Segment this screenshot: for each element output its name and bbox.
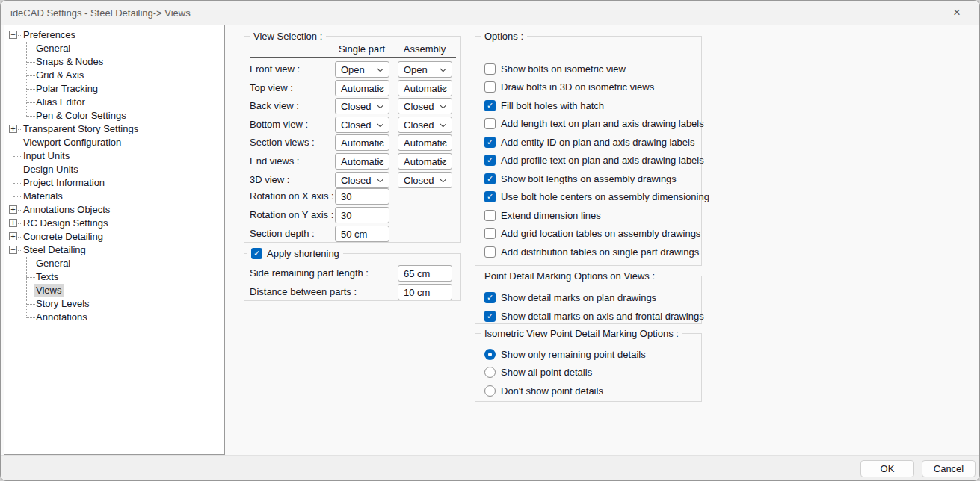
checkbox-use-bolt-hole-centers-on-assembly-dimensioning[interactable]: ✓Use bolt hole centers on assembly dimen… xyxy=(484,191,709,203)
tree-item-steel-detailing[interactable]: −Steel Detailing xyxy=(4,243,224,257)
select-single-end-views[interactable]: Automatic xyxy=(335,153,389,170)
select-value: Closed xyxy=(341,101,371,112)
radio-label: Show only remaining point details xyxy=(501,349,646,360)
tree-item-project-information[interactable]: Project Information xyxy=(4,176,224,190)
tree-item-transparent-story-settings[interactable]: +Transparent Story Settings xyxy=(4,122,224,136)
checkbox-label: Show bolts on isometric view xyxy=(501,63,626,75)
select-single-front-view[interactable]: Open xyxy=(335,61,389,78)
checkbox-show-detail-marks-on-plan-drawings[interactable]: ✓Show detail marks on plan drawings xyxy=(484,291,656,303)
tree-connector xyxy=(13,183,22,184)
tree-item-annotations-objects[interactable]: +Annotations Objects xyxy=(4,203,224,217)
tree-connector xyxy=(13,170,22,170)
radio-label: Don't show point details xyxy=(501,385,603,397)
radio-show-all-point-details[interactable]: Show all point details xyxy=(484,367,592,379)
select-single-3d-view[interactable]: Closed xyxy=(335,172,389,188)
select-single-section-views[interactable]: Automatic xyxy=(335,134,389,151)
tree-item-materials[interactable]: Materials xyxy=(4,190,224,203)
tree-item-label: Story Levels xyxy=(36,297,90,311)
tree-item-label: Annotations xyxy=(36,311,87,324)
select-assembly-3d-view[interactable]: Closed xyxy=(398,172,452,188)
checkbox-add-distribution-tables-on-single-part-drawings[interactable]: Add distribution tables on single part d… xyxy=(484,246,699,258)
tree-item-label: Design Units xyxy=(23,163,78,176)
input-side-remaining-part-length[interactable] xyxy=(398,265,452,282)
checkbox-extend-dimension-lines[interactable]: Extend dimension lines xyxy=(484,209,601,221)
view-row-label: Back view : xyxy=(250,98,299,114)
checkbox-draw-bolts-in-3d-on-isometric-views[interactable]: Draw bolts in 3D on isometric views xyxy=(484,81,654,93)
checkbox-show-bolt-lengths-on-assembly-drawings[interactable]: ✓Show bolt lengths on assembly drawings xyxy=(484,173,677,184)
checkbox-icon xyxy=(484,118,496,129)
tree-item-label: Polar Tracking xyxy=(36,82,98,96)
input-section-depth[interactable] xyxy=(335,226,389,242)
select-assembly-bottom-view[interactable]: Closed xyxy=(398,117,452,133)
tree-item-snaps-nodes[interactable]: Snaps & Nodes xyxy=(4,55,224,69)
checkbox-show-detail-marks-on-axis-and-frontal-drawings[interactable]: ✓Show detail marks on axis and frontal d… xyxy=(484,310,704,322)
tree-item-preferences[interactable]: −Preferences xyxy=(4,28,224,42)
checkbox-label: Add grid location tables on assembly dra… xyxy=(501,228,700,239)
select-single-top-view[interactable]: Automatic xyxy=(335,80,389,96)
checkbox-add-profile-text-on-plan-and-axis-drawing-labels[interactable]: ✓Add profile text on plan and axis drawi… xyxy=(484,155,704,167)
checkbox-add-length-text-on-plan-and-axis-drawing-labels[interactable]: Add length text on plan and axis drawing… xyxy=(484,118,704,130)
input-rotation-on-x-axis[interactable] xyxy=(335,188,389,205)
tree-item-pen-color-settings[interactable]: Pen & Color Settings xyxy=(4,109,224,122)
tree-connector xyxy=(13,196,22,197)
select-assembly-top-view[interactable]: Automatic xyxy=(398,80,452,96)
tree-item-alias-editor[interactable]: Alias Editor xyxy=(4,96,224,109)
window-title: ideCAD Settings - Steel Detailing-> View… xyxy=(10,7,191,19)
field-label: Rotation on X axis : xyxy=(250,188,334,205)
cancel-button[interactable]: Cancel xyxy=(922,460,976,477)
checkbox-icon: ✓ xyxy=(484,173,496,184)
settings-dialog: ideCAD Settings - Steel Detailing-> View… xyxy=(0,0,980,481)
tree-item-story-levels[interactable]: Story Levels xyxy=(4,297,224,311)
tree-item-general[interactable]: General xyxy=(4,42,224,55)
tree-item-label: Pen & Color Settings xyxy=(36,109,126,122)
select-single-back-view[interactable]: Closed xyxy=(335,98,389,114)
tree-item-label: Views xyxy=(34,284,64,297)
checkbox-show-bolts-on-isometric-view[interactable]: Show bolts on isometric view xyxy=(484,63,626,75)
checkbox-icon xyxy=(484,81,496,93)
apply-shortening-control[interactable]: ✓ Apply shortening xyxy=(247,247,343,260)
input-rotation-on-y-axis[interactable] xyxy=(335,207,389,223)
field-label: Section depth : xyxy=(250,226,315,242)
tree-item-grid-axis[interactable]: Grid & Axis xyxy=(4,69,224,82)
select-assembly-back-view[interactable]: Closed xyxy=(398,98,452,114)
select-assembly-section-views[interactable]: Automatic xyxy=(398,134,452,151)
input-distance-between-parts[interactable] xyxy=(398,284,452,300)
radio-show-only-remaining-point-details[interactable]: Show only remaining point details xyxy=(484,348,646,360)
options-group: Options : Show bolts on isometric viewDr… xyxy=(475,36,702,266)
checkbox-fill-bolt-holes-with-hatch[interactable]: ✓Fill bolt holes with hatch xyxy=(484,99,604,111)
isometric-legend: Isometric View Point Detail Marking Opti… xyxy=(481,327,682,340)
select-value: Closed xyxy=(341,120,371,131)
select-assembly-front-view[interactable]: Open xyxy=(398,61,452,78)
tree-connector xyxy=(26,264,35,264)
tree-item-views[interactable]: Views xyxy=(4,284,224,297)
ok-button[interactable]: OK xyxy=(860,460,914,477)
tree-item-general[interactable]: General xyxy=(4,257,224,270)
tree-item-annotations[interactable]: Annotations xyxy=(4,311,224,324)
checkbox-add-grid-location-tables-on-assembly-drawings[interactable]: Add grid location tables on assembly dra… xyxy=(484,228,700,240)
chevron-down-icon xyxy=(440,102,446,108)
checkbox-icon xyxy=(484,63,496,75)
select-single-bottom-view[interactable]: Closed xyxy=(335,117,389,133)
minus-box-icon[interactable]: − xyxy=(9,31,17,39)
tree-item-label: Transparent Story Settings xyxy=(23,122,138,136)
select-value: Open xyxy=(341,64,365,75)
tree-item-label: Project Information xyxy=(23,176,105,190)
tree-item-design-units[interactable]: Design Units xyxy=(4,163,224,176)
tree-item-rc-design-settings[interactable]: +RC Design Settings xyxy=(4,217,224,230)
tree-item-polar-tracking[interactable]: Polar Tracking xyxy=(4,82,224,96)
checkbox-label: Add distribution tables on single part d… xyxy=(501,246,699,258)
checkbox-add-entity-id-on-plan-and-axis-drawing-labels[interactable]: ✓Add entity ID on plan and axis drawing … xyxy=(484,136,694,148)
checkbox-label: Add profile text on plan and axis drawin… xyxy=(501,155,704,166)
tree-item-viewport-configuration[interactable]: Viewport Configuration xyxy=(4,136,224,149)
tree-item-label: Texts xyxy=(36,270,58,284)
select-assembly-end-views[interactable]: Automatic xyxy=(398,153,452,170)
point-detail-group: Point Detail Marking Options on Views : … xyxy=(475,276,702,324)
close-icon[interactable]: × xyxy=(942,1,972,25)
radio-don-t-show-point-details[interactable]: Don't show point details xyxy=(484,385,603,397)
tree-item-concrete-detailing[interactable]: +Concrete Detailing xyxy=(4,230,224,243)
footer-bar: OK Cancel xyxy=(1,455,979,481)
checkbox-label: Fill bolt holes with hatch xyxy=(501,100,604,111)
tree-item-texts[interactable]: Texts xyxy=(4,270,224,284)
tree-item-input-units[interactable]: Input Units xyxy=(4,149,224,163)
checkbox-icon: ✓ xyxy=(484,137,496,148)
